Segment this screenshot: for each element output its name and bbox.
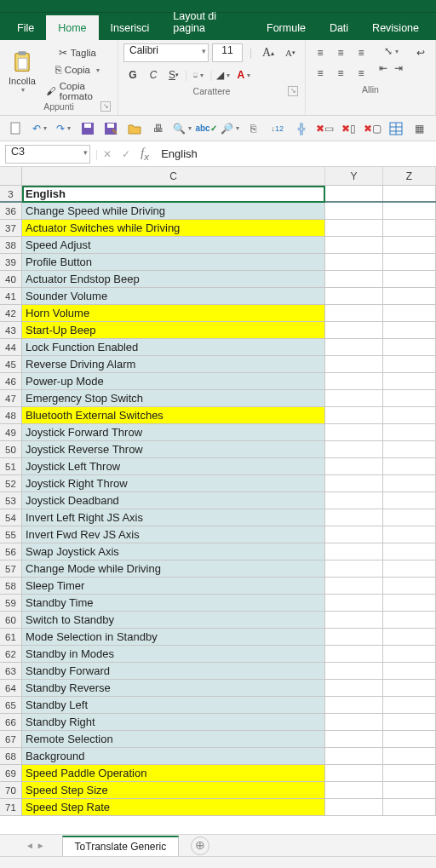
cell[interactable]: Speed Adjust xyxy=(22,237,325,253)
row-header[interactable]: 56 xyxy=(0,543,22,560)
cell[interactable]: Joystick Left Throw xyxy=(22,458,325,474)
cell[interactable] xyxy=(325,339,383,355)
cell[interactable]: English xyxy=(22,186,325,201)
tab-page-layout[interactable]: Layout di pagina xyxy=(161,3,255,40)
cell[interactable] xyxy=(383,714,436,730)
row-header[interactable]: 39 xyxy=(0,254,22,270)
row-header[interactable]: 63 xyxy=(0,663,22,679)
open-button[interactable] xyxy=(125,119,144,138)
col-header-c[interactable]: C xyxy=(22,167,325,185)
cell[interactable] xyxy=(325,475,383,491)
row-header[interactable]: 54 xyxy=(0,509,22,526)
print-preview-button[interactable]: 🔍 xyxy=(173,119,192,138)
cell[interactable] xyxy=(325,799,383,815)
underline-button[interactable]: S▾ xyxy=(164,66,183,84)
cell[interactable] xyxy=(383,424,436,440)
row-header[interactable]: 3 xyxy=(0,186,22,201)
cell[interactable]: Joystick Deadband xyxy=(22,492,325,509)
fill-color-button[interactable]: ◢ xyxy=(214,66,232,84)
align-left-button[interactable]: ≡ xyxy=(311,64,330,83)
cell[interactable]: Standby in Modes xyxy=(22,646,325,662)
increase-font-button[interactable]: A▴ xyxy=(259,43,278,62)
cell[interactable]: Start-Up Beep xyxy=(22,322,325,338)
row-header[interactable]: 58 xyxy=(0,578,22,594)
row-header[interactable]: 67 xyxy=(0,731,22,747)
name-box[interactable]: C3▾ xyxy=(5,145,90,164)
cell[interactable] xyxy=(325,612,383,628)
cell[interactable] xyxy=(383,612,436,628)
cell[interactable] xyxy=(325,543,383,560)
cell[interactable] xyxy=(383,526,436,543)
cell[interactable] xyxy=(325,390,383,406)
col-header-y[interactable]: Y xyxy=(325,167,383,185)
italic-button[interactable]: C xyxy=(144,66,163,84)
cell[interactable] xyxy=(383,765,436,781)
cell[interactable]: Power-up Mode xyxy=(22,373,325,389)
row-header[interactable]: 61 xyxy=(0,629,22,645)
cell[interactable] xyxy=(383,629,436,645)
row-header[interactable]: 42 xyxy=(0,305,22,321)
select-all-button[interactable] xyxy=(0,167,22,185)
cell[interactable]: Speed Step Size xyxy=(22,782,325,798)
cell[interactable]: Joystick Forward Throw xyxy=(22,424,325,440)
cell[interactable]: Sounder Volume xyxy=(22,288,325,304)
spellcheck-button[interactable]: abc✓ xyxy=(197,119,215,138)
font-dialog-launcher[interactable]: ↘ xyxy=(288,86,298,96)
preview-button[interactable]: 🔎 xyxy=(221,119,239,138)
align-right-button[interactable]: ≡ xyxy=(352,64,370,83)
tab-review[interactable]: Revisione xyxy=(360,15,431,40)
row-header[interactable]: 37 xyxy=(0,220,22,236)
formula-input[interactable]: English xyxy=(154,145,436,164)
row-header[interactable]: 52 xyxy=(0,475,22,491)
delete-cell-button[interactable]: ✖▢ xyxy=(363,119,382,138)
save-button[interactable] xyxy=(78,119,97,138)
cell[interactable] xyxy=(325,578,383,594)
cell[interactable]: Reverse Driving Alarm xyxy=(22,356,325,372)
cell[interactable] xyxy=(325,407,383,423)
cell[interactable] xyxy=(325,288,383,304)
tab-formulas[interactable]: Formule xyxy=(255,15,318,40)
cell[interactable] xyxy=(325,305,383,321)
cell[interactable]: Standby Left xyxy=(22,697,325,713)
decrease-indent-button[interactable]: ⇤ xyxy=(376,60,391,76)
cell[interactable] xyxy=(383,492,436,509)
cell[interactable]: Speed Step Rate xyxy=(22,799,325,815)
cell[interactable] xyxy=(383,543,436,560)
row-header[interactable]: 38 xyxy=(0,237,22,253)
font-size-select[interactable]: 11 xyxy=(212,43,243,62)
row-header[interactable]: 45 xyxy=(0,356,22,372)
cell[interactable] xyxy=(383,186,436,201)
cell[interactable] xyxy=(325,714,383,730)
cell[interactable] xyxy=(383,390,436,406)
cell[interactable] xyxy=(325,356,383,372)
cell[interactable] xyxy=(383,203,436,219)
row-header[interactable]: 46 xyxy=(0,373,22,389)
row-header[interactable]: 64 xyxy=(0,680,22,696)
bold-button[interactable]: G xyxy=(123,66,142,84)
cell[interactable] xyxy=(325,697,383,713)
row-header[interactable]: 44 xyxy=(0,339,22,355)
cell[interactable] xyxy=(325,220,383,236)
redo-button[interactable]: ↷ xyxy=(54,119,73,138)
cell[interactable] xyxy=(383,475,436,491)
cell[interactable] xyxy=(383,782,436,798)
cell[interactable] xyxy=(325,526,383,543)
row-header[interactable]: 62 xyxy=(0,646,22,662)
cell[interactable]: Joystick Right Throw xyxy=(22,475,325,491)
tab-insert[interactable]: Inserisci xyxy=(99,15,162,40)
row-header[interactable]: 57 xyxy=(0,560,22,577)
cell[interactable]: Standby Time xyxy=(22,595,325,611)
row-header[interactable]: 41 xyxy=(0,288,22,304)
cell[interactable] xyxy=(325,373,383,389)
cell[interactable]: Emergency Stop Switch xyxy=(22,390,325,406)
cell[interactable] xyxy=(383,339,436,355)
delete-col-button[interactable]: ✖▯ xyxy=(339,119,358,138)
cell[interactable] xyxy=(383,595,436,611)
align-top-button[interactable]: ≡ xyxy=(311,43,330,62)
cell[interactable] xyxy=(383,458,436,474)
cell[interactable] xyxy=(325,492,383,509)
cell[interactable]: Bluetooth External Switches xyxy=(22,407,325,423)
row-header[interactable]: 55 xyxy=(0,526,22,543)
sheet-tab-active[interactable]: ToTranslate Generic xyxy=(62,836,180,856)
orientation-button[interactable]: ⤡ xyxy=(376,43,406,59)
